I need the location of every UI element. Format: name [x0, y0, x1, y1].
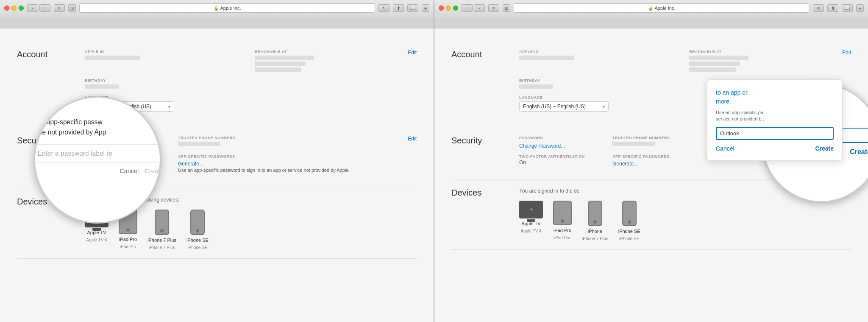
left-iphonese-name: iPhone SE: [186, 238, 209, 243]
right-apple-id-group: APPLE ID: [519, 50, 672, 72]
left-nav-buttons: ‹ ›: [27, 4, 50, 12]
right-dialog-input[interactable]: [716, 127, 834, 140]
new-tab-button[interactable]: +: [422, 4, 429, 12]
left-mag-create[interactable]: Create: [145, 168, 161, 175]
right-traffic-lights: [439, 6, 458, 11]
left-apple-id-group: APPLE ID: [85, 50, 238, 72]
left-appspecific-info: Use an app-specific password to sign in …: [178, 167, 408, 174]
right-account-edit[interactable]: Edit: [842, 50, 851, 56]
right-dialog-create[interactable]: Create: [815, 145, 834, 152]
right-maximize-button[interactable]: [453, 6, 458, 11]
right-twofactor-col: TWO-FACTOR AUTHENTICATION On: [519, 154, 595, 165]
right-twofactor-label: TWO-FACTOR AUTHENTICATION: [519, 154, 595, 159]
left-security-edit[interactable]: Edit: [408, 136, 417, 142]
left-mag-placeholder: Enter a password label (e: [37, 150, 112, 157]
left-account-edit[interactable]: Edit: [408, 50, 417, 56]
right-device-iphonese: iPhone SE iPhone SE: [618, 201, 640, 241]
right-apple-id-label: APPLE ID: [519, 50, 672, 54]
left-trusted-label: TRUSTED PHONE NUMBERS: [178, 136, 263, 140]
right-language-value: English (US) – English (US): [523, 104, 586, 109]
right-device-appletv: tv Apple TV Apple TV 4: [519, 201, 543, 241]
left-address-bar[interactable]: 🔒 Apple Inc.: [79, 3, 375, 13]
right-ipad-type: iPad Pro: [554, 235, 570, 240]
right-minimize-button[interactable]: [446, 6, 451, 11]
right-reader-button[interactable]: ≡: [488, 4, 499, 12]
right-iphone7-type: iPhone 7 Plus: [582, 236, 608, 241]
right-bookmark-button[interactable]: 📖: [842, 4, 853, 12]
left-birthday-label: BIRTHDAY: [85, 78, 408, 83]
right-change-password[interactable]: Change Password...: [519, 143, 565, 149]
right-address-bar[interactable]: 🔒 Apple Inc.: [514, 3, 810, 13]
right-security-label: Security: [451, 136, 519, 171]
right-url: Apple Inc.: [655, 6, 676, 11]
right-reachable-value3: [689, 67, 736, 72]
right-forward-button[interactable]: ›: [474, 4, 485, 12]
right-account-label: Account: [451, 50, 519, 118]
right-back-button[interactable]: ‹: [462, 4, 473, 12]
right-password-col: PASSWORD Change Password...: [519, 136, 595, 149]
share-toolbar-button[interactable]: ⬆: [393, 4, 404, 12]
left-ipad-type: iPad Pro: [120, 244, 136, 249]
right-devices-label: Devices: [451, 188, 519, 241]
right-dialog-cancel[interactable]: Cancel: [716, 145, 734, 152]
right-trusted-col: TRUSTED PHONE NUMBERS: [612, 136, 697, 146]
left-reachable-value2: [255, 62, 306, 66]
left-reachable-group: REACHABLE AT: [255, 50, 408, 72]
left-birthday-value: [85, 84, 119, 89]
right-nav-buttons: ‹ ›: [462, 4, 485, 12]
forward-button[interactable]: ›: [39, 4, 50, 12]
left-device-iphonese: iPhone SE iPhone SE: [186, 210, 209, 250]
bookmark-button[interactable]: 📖: [407, 4, 418, 12]
right-ipad-name: iPad Pro: [554, 228, 571, 233]
right-new-tab-button[interactable]: +: [856, 4, 864, 12]
left-trusted-col: TRUSTED PHONE NUMBERS: [178, 136, 263, 146]
right-apple-id-value: [519, 56, 574, 60]
left-mag-input-container: Enter a password label (e: [34, 144, 161, 162]
left-trusted-value: [178, 142, 220, 146]
left-traffic-lights: [4, 6, 24, 11]
right-devices-row: tv Apple TV Apple TV 4 iPad Pro iPad Pro…: [519, 201, 851, 241]
right-share-toolbar[interactable]: ⬆: [827, 4, 838, 12]
left-mag-buttons: Cancel Create: [34, 168, 161, 175]
left-reachable-value1: [255, 56, 314, 60]
left-browser-chrome: ‹ › ≡ ⊡ 🔒 Apple Inc. ↻ ⬆ 📖 +: [0, 0, 434, 18]
left-tab-bar: [0, 18, 434, 28]
right-password-label: PASSWORD: [519, 136, 595, 140]
left-iphone7-name: iPhone 7 Plus: [147, 238, 176, 243]
reload-button[interactable]: ↻: [378, 4, 389, 12]
left-appspecific-col: APP-SPECIFIC PASSWORDS Generate... Use a…: [178, 154, 408, 176]
reader-button[interactable]: ≡: [54, 4, 65, 12]
right-reachable-group: REACHABLE AT: [689, 50, 842, 72]
left-apple-id-label: APPLE ID: [85, 50, 238, 54]
right-magnifier-create[interactable]: Create: [850, 148, 868, 156]
iphone7-icon: [155, 210, 169, 235]
left-magnifier-overlay: e an app-specific passw rvice not provid…: [34, 96, 161, 224]
right-browser-chrome: ‹ › ≡ ⊡ 🔒 Apple Inc. ↻ ⬆ 📖 +: [434, 0, 868, 18]
share-button[interactable]: ⊡: [68, 4, 76, 12]
right-trusted-value: [612, 142, 655, 146]
right-iphone7-name: iPhone: [588, 229, 602, 234]
right-dialog-buttons: Cancel Create: [716, 145, 834, 152]
right-dialog-title: to an app ormore.: [716, 88, 834, 106]
right-browser-window: ‹ › ≡ ⊡ 🔒 Apple Inc. ↻ ⬆ 📖 + Account: [434, 0, 868, 322]
right-language-dropdown[interactable]: English (US) – English (US) ▾: [519, 101, 609, 112]
right-device-ipad: iPad Pro iPad Pro: [553, 201, 572, 241]
right-reachable-value1: [689, 56, 748, 60]
right-share-button2[interactable]: ⊡: [503, 4, 510, 12]
left-generate-link[interactable]: Generate...: [178, 161, 203, 167]
right-generate-link[interactable]: Generate...: [612, 161, 638, 167]
right-twofactor-status: On: [519, 160, 595, 165]
close-button[interactable]: [4, 6, 9, 11]
right-reload-button[interactable]: ↻: [813, 4, 824, 12]
back-button[interactable]: ‹: [27, 4, 38, 12]
iphonese-icon: [190, 210, 205, 235]
left-iphonese-type: iPhone SE: [187, 245, 207, 250]
right-dialog-panel: to an app ormore. Use an app-specific pa…: [707, 79, 843, 161]
minimize-button[interactable]: [11, 6, 17, 11]
left-reachable-label: REACHABLE AT: [255, 50, 408, 54]
left-mag-cancel[interactable]: Cancel: [120, 168, 139, 175]
right-close-button[interactable]: [439, 6, 444, 11]
lock-icon: 🔒: [214, 6, 219, 11]
maximize-button[interactable]: [19, 6, 24, 11]
right-tab-bar: [434, 18, 868, 28]
